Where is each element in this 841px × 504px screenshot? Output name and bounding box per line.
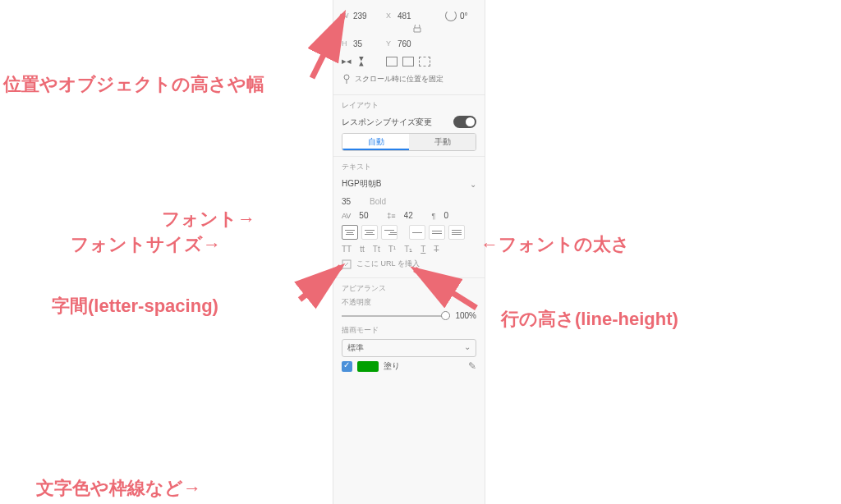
valign-mid-button[interactable] (429, 225, 445, 240)
appearance-title: アピアランス (342, 283, 476, 294)
y-input[interactable] (398, 39, 427, 48)
seg-auto[interactable]: 自動 (342, 134, 409, 150)
subscript-button[interactable]: T₁ (404, 245, 412, 254)
superscript-button[interactable]: T¹ (388, 245, 396, 254)
blend-label: 描画モード (342, 325, 476, 336)
rotation-input[interactable] (460, 11, 476, 21)
rotate-icon (445, 10, 457, 21)
fill-label: 塗り (384, 360, 400, 372)
link-icon[interactable] (342, 259, 352, 269)
h-label: H (342, 39, 350, 48)
seg-manual[interactable]: 手動 (409, 134, 476, 150)
lowercase-button[interactable]: tt (360, 245, 365, 254)
layout-section: レイアウト レスポンシブサイズ変更 自動 手動 (333, 95, 485, 157)
valign-bot-button[interactable] (448, 225, 465, 240)
annotation-letter-spacing: 字間(letter-spacing) (52, 294, 218, 318)
text-section: テキスト HGP明朝B ⌄ Bold AV ‡≡ ¶ TT (333, 157, 485, 278)
align-full-icon[interactable] (419, 57, 430, 66)
align-l-icon[interactable] (386, 57, 398, 66)
annotation-pos-size: 位置やオブジェクトの高さや幅 (3, 72, 264, 97)
responsive-toggle[interactable] (453, 116, 476, 128)
svg-point-0 (344, 75, 349, 80)
annotation-font-size: フォントサイズ→ (71, 232, 221, 257)
chevron-down-icon: ⌄ (464, 342, 471, 354)
valign-top-button[interactable] (409, 225, 425, 240)
eyedropper-icon[interactable]: ✎ (468, 360, 476, 372)
font-weight-select[interactable]: Bold (370, 197, 386, 206)
font-size-input[interactable] (342, 197, 361, 206)
appearance-section: アピアランス 不透明度 100% 描画モード 標準 ⌄ 塗り ✎ (333, 278, 485, 380)
align-right-button[interactable] (381, 225, 398, 240)
width-input[interactable] (353, 11, 383, 21)
w-label: W (342, 11, 350, 20)
fill-swatch[interactable] (357, 361, 379, 372)
x-input[interactable] (398, 11, 427, 21)
responsive-label: レスポンシブサイズ変更 (342, 117, 432, 128)
opacity-slider[interactable] (342, 315, 450, 317)
fill-checkbox[interactable] (342, 361, 352, 372)
align-left-button[interactable] (342, 225, 358, 240)
lock-aspect-icon[interactable] (413, 25, 421, 33)
height-input[interactable] (353, 39, 383, 48)
letter-spacing-input[interactable] (359, 211, 379, 220)
annotation-line-height: 行の高さ(line-height) (501, 307, 678, 332)
layout-title: レイアウト (342, 100, 476, 111)
font-family-select[interactable]: HGP明朝B ⌄ (342, 176, 476, 192)
para-spacing-input[interactable] (443, 211, 457, 220)
annotation-color-border: 文字色や枠線など→ (36, 476, 201, 501)
pin-icon[interactable] (342, 74, 352, 84)
x-label: X (386, 11, 394, 20)
properties-panel: W X H Y ▸◂ ▸◂ スクロール時に位置を固定 (333, 0, 485, 504)
annotation-font: フォント→ (162, 207, 255, 231)
flip-h-icon[interactable]: ▸◂ (342, 56, 352, 66)
titlecase-button[interactable]: Tt (373, 245, 380, 254)
letter-spacing-icon: AV (342, 212, 351, 220)
text-title: テキスト (342, 162, 476, 172)
line-height-icon: ‡≡ (387, 212, 395, 220)
y-label: Y (386, 39, 394, 48)
opacity-label: 不透明度 (342, 297, 476, 308)
blend-mode-select[interactable]: 標準 ⌄ (342, 339, 476, 357)
align-r-icon[interactable] (402, 57, 414, 66)
underline-button[interactable]: T (420, 245, 425, 254)
align-center-button[interactable] (361, 225, 378, 240)
url-placeholder[interactable]: ここに URL を挿入 (356, 259, 420, 269)
strike-button[interactable]: T (434, 245, 439, 254)
line-height-input[interactable] (404, 211, 424, 220)
scroll-fix-label: スクロール時に位置を固定 (355, 74, 443, 85)
annotation-font-weight: ←フォントの太さ (480, 232, 630, 257)
blend-value: 標準 (347, 342, 364, 354)
uppercase-button[interactable]: TT (342, 245, 352, 254)
opacity-value: 100% (455, 311, 476, 320)
transform-section: W X H Y ▸◂ ▸◂ スクロール時に位置を固定 (333, 0, 485, 95)
slider-thumb[interactable] (441, 311, 450, 320)
responsive-mode-segment[interactable]: 自動 手動 (342, 133, 476, 151)
para-spacing-icon: ¶ (432, 212, 436, 220)
font-family-value: HGP明朝B (342, 178, 381, 190)
chevron-down-icon: ⌄ (470, 180, 476, 189)
flip-v-icon[interactable]: ▸◂ (356, 57, 367, 66)
